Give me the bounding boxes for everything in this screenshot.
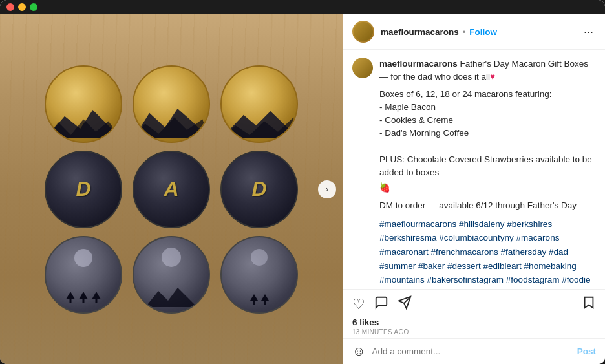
- more-options-button[interactable]: ···: [581, 23, 596, 41]
- caption-strawberry-line: 🍓: [379, 182, 596, 195]
- svg-rect-14: [253, 301, 255, 305]
- like-icon[interactable]: ♡: [352, 296, 365, 313]
- time-ago: 13 MINUTES AGO: [352, 328, 596, 336]
- maximize-button[interactable]: [30, 3, 37, 11]
- macaron-gold-2: [133, 65, 210, 143]
- svg-marker-13: [250, 294, 258, 301]
- share-icon[interactable]: [398, 295, 412, 314]
- macaron-row-2: D A D: [45, 151, 298, 228]
- caption-hashtags[interactable]: #maeflourmacarons #hillsdaleny #berkshir…: [379, 217, 596, 290]
- post-detail-panel: maeflourmacarons • Follow ··· maeflourma…: [343, 14, 605, 364]
- next-arrow[interactable]: ›: [318, 180, 336, 198]
- comment-input[interactable]: [372, 347, 570, 356]
- minimize-button[interactable]: [18, 3, 26, 11]
- caption-username[interactable]: maeflourmacarons: [379, 59, 458, 69]
- post-comment-button[interactable]: Post: [577, 347, 596, 356]
- moon-circle-2: [162, 248, 181, 267]
- svg-marker-12: [145, 288, 197, 307]
- svg-rect-16: [264, 301, 266, 305]
- likes-count: 6 likes: [352, 317, 596, 327]
- comment-icon[interactable]: [374, 295, 388, 314]
- caption-block: maeflourmacarons Father's Day Macaron Gi…: [352, 58, 596, 290]
- post-image-panel: D A D: [0, 14, 343, 364]
- actions-bar: ♡ 6 likes 13 MINUTES AGO: [343, 290, 605, 338]
- post-header: maeflourmacarons • Follow ···: [343, 14, 605, 50]
- header-user-info: maeflourmacarons • Follow: [381, 27, 575, 37]
- macaron-moon-1: [45, 236, 122, 314]
- macarons-container: D A D: [0, 14, 343, 364]
- macaron-moon-2: [133, 236, 210, 314]
- svg-rect-7: [70, 299, 72, 303]
- avatar: [352, 21, 374, 43]
- avatar-image: [354, 22, 373, 41]
- caption-text-block: maeflourmacarons Father's Day Macaron Gi…: [379, 58, 596, 290]
- svg-marker-1: [46, 119, 121, 138]
- dot-separator: •: [463, 27, 466, 37]
- follow-button[interactable]: Follow: [469, 27, 497, 37]
- svg-marker-8: [79, 292, 88, 299]
- caption-main-text: maeflourmacarons Father's Day Macaron Gi…: [379, 58, 596, 84]
- svg-marker-15: [261, 294, 269, 301]
- add-comment-bar: ☺ Post: [343, 338, 605, 364]
- macaron-moon-3: [220, 236, 298, 314]
- post-username[interactable]: maeflourmacarons: [381, 27, 459, 37]
- macaron-A: A: [133, 151, 210, 228]
- letter-A: A: [164, 177, 178, 201]
- caption-dm-line: DM to order — available 6/12 through Fat…: [379, 199, 596, 212]
- macaron-gold-3: [220, 65, 298, 143]
- content-area: D A D: [0, 14, 605, 364]
- macaron-row-1: [45, 65, 298, 143]
- trees-row-2: [250, 294, 269, 306]
- caption-avatar: [352, 58, 373, 78]
- close-button[interactable]: [6, 3, 14, 11]
- action-icons-row: ♡: [352, 295, 596, 314]
- letter-D2: D: [251, 177, 266, 201]
- title-bar: [0, 0, 605, 14]
- svg-marker-19: [585, 297, 593, 308]
- moon-circle: [74, 249, 92, 267]
- svg-marker-6: [66, 292, 75, 299]
- macaron-D: D: [45, 151, 122, 228]
- macaron-D2: D: [220, 151, 298, 228]
- caption-body: Boxes of 6, 12, 18 or 24 macarons featur…: [379, 88, 596, 180]
- moon-circle-3: [251, 249, 268, 266]
- emoji-button[interactable]: ☺: [352, 344, 365, 359]
- macaron-gold-1: [45, 65, 122, 143]
- trees-row: [66, 292, 101, 305]
- save-icon[interactable]: [582, 295, 596, 314]
- caption-area: maeflourmacarons Father's Day Macaron Gi…: [343, 50, 605, 290]
- letter-D: D: [76, 177, 90, 201]
- svg-marker-10: [92, 292, 101, 299]
- instagram-window: D A D: [0, 0, 605, 364]
- svg-rect-9: [83, 299, 85, 303]
- macaron-row-3: [45, 236, 298, 314]
- svg-rect-11: [96, 299, 98, 303]
